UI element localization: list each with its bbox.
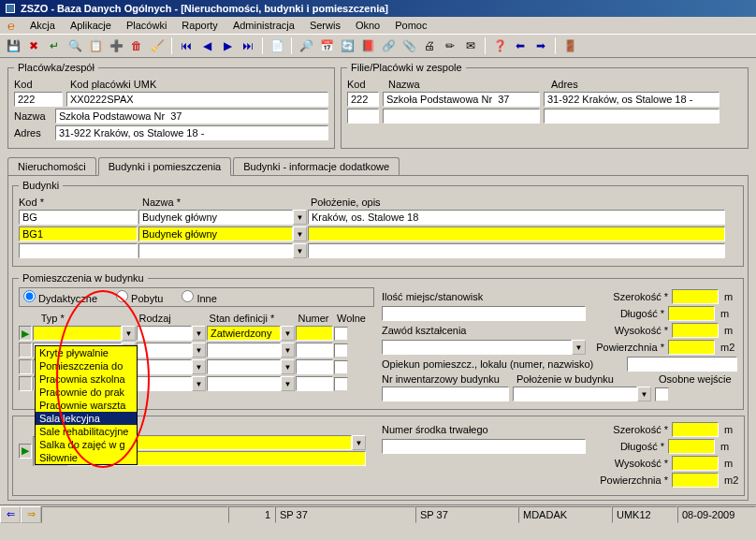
input-dlug[interactable] <box>668 306 715 321</box>
tool-next-icon[interactable]: ▶ <box>218 36 237 55</box>
dropdown-item[interactable]: Siłownie <box>36 451 137 464</box>
pom-r1-wolne-checkbox[interactable] <box>334 327 348 341</box>
dropdown-item[interactable]: Kryte pływalnie <box>36 346 137 359</box>
filie-kod[interactable] <box>347 92 379 107</box>
tool-clear-icon[interactable]: 🧹 <box>148 36 167 55</box>
budynki-r3-nazwa[interactable] <box>138 243 293 258</box>
tab-budynki-info[interactable]: Budynki - informacje dodatkowe <box>233 157 400 175</box>
input-det-pow[interactable] <box>672 473 719 488</box>
tool-enter-icon[interactable]: ↵ <box>45 36 64 55</box>
menu-serwis[interactable]: Serwis <box>302 18 348 33</box>
menu-placowki[interactable]: Placówki <box>119 18 174 33</box>
status-next-icon[interactable]: ⇒ <box>21 506 41 523</box>
chevron-down-icon[interactable]: ▼ <box>281 376 295 391</box>
tab-nieruchomosci[interactable]: Nieruchomości <box>7 157 96 175</box>
input-szer[interactable] <box>672 289 719 304</box>
input-det-szer[interactable] <box>672 422 719 437</box>
budynki-r1-kod[interactable] <box>19 210 138 225</box>
checkbox-osobne[interactable] <box>655 387 669 401</box>
menu-pomoc[interactable]: Pomoc <box>387 18 434 33</box>
budynki-r3-pol[interactable] <box>308 243 725 258</box>
menu-aplikacje[interactable]: Aplikacje <box>63 18 119 33</box>
dropdown-item[interactable]: Pracownie warszta <box>36 399 137 412</box>
radio-dydaktyczne[interactable]: Dydaktyczne <box>23 290 97 304</box>
input-nazwa[interactable] <box>55 109 328 124</box>
input-pow[interactable] <box>668 340 715 355</box>
pom-r3-wolne-checkbox[interactable] <box>334 360 348 374</box>
filie-kod-2[interactable] <box>347 109 379 124</box>
pom-r4-numer[interactable] <box>296 376 333 391</box>
pom-r3-rodzaj[interactable] <box>137 359 192 374</box>
menu-administracja[interactable]: Administracja <box>225 18 302 33</box>
dropdown-item[interactable]: Sale rehabilitacyjne <box>36 425 137 438</box>
tool-print-icon[interactable]: 🖨 <box>420 36 439 55</box>
pom-r4-stan[interactable] <box>207 376 281 391</box>
chevron-down-icon[interactable]: ▼ <box>293 226 307 241</box>
tool-back-icon[interactable]: ⬅ <box>511 36 530 55</box>
input-zawod[interactable] <box>382 340 572 355</box>
status-prev-icon[interactable]: ⇐ <box>0 506 21 523</box>
tool-save-icon[interactable]: 💾 <box>4 36 22 55</box>
chevron-down-icon[interactable]: ▼ <box>192 376 206 391</box>
chevron-down-icon[interactable]: ▼ <box>192 343 206 358</box>
tool-prev-icon[interactable]: ◀ <box>197 36 216 55</box>
tool-forward-icon[interactable]: ➡ <box>531 36 550 55</box>
chevron-down-icon[interactable]: ▼ <box>637 387 651 401</box>
tool-first-icon[interactable]: ⏮ <box>177 36 196 55</box>
input-adres[interactable] <box>55 125 328 140</box>
filie-adres[interactable] <box>544 92 720 107</box>
input-opiekun[interactable] <box>627 357 737 372</box>
budynki-r1-nazwa[interactable] <box>138 210 293 225</box>
input-nrsrodka[interactable] <box>382 439 586 454</box>
chevron-down-icon[interactable]: ▼ <box>281 343 295 358</box>
input-wys[interactable] <box>672 323 719 338</box>
pom-r2-rodzaj[interactable] <box>137 343 192 358</box>
tool-help-icon[interactable]: ❓ <box>490 36 509 55</box>
input-ilosc[interactable] <box>382 306 586 321</box>
chevron-down-icon[interactable]: ▼ <box>122 326 136 341</box>
input-polbud[interactable] <box>513 387 637 401</box>
budynki-r2-kod[interactable] <box>19 226 138 241</box>
menu-raporty[interactable]: Raporty <box>174 18 225 33</box>
tool-copy-icon[interactable]: 📋 <box>86 36 105 55</box>
chevron-down-icon[interactable]: ▼ <box>293 243 307 258</box>
pom-r1-rodzaj[interactable] <box>137 326 192 341</box>
budynki-r3-kod[interactable] <box>19 243 138 258</box>
pom-r1-typ[interactable] <box>33 326 122 341</box>
filie-nazwa-2[interactable] <box>383 109 540 124</box>
tool-list-icon[interactable]: 📄 <box>268 36 286 55</box>
input-nrinw[interactable] <box>382 387 509 401</box>
tool-cancel-icon[interactable]: ✖ <box>24 36 43 55</box>
chevron-down-icon[interactable]: ▼ <box>281 359 295 374</box>
menu-akcja[interactable]: Akcja <box>22 18 63 33</box>
input-det-dlug[interactable] <box>668 439 715 454</box>
budynki-r1-pol[interactable] <box>308 210 725 225</box>
tool-last-icon[interactable]: ⏭ <box>239 36 257 55</box>
chevron-down-icon[interactable]: ▼ <box>293 210 307 225</box>
chevron-down-icon[interactable]: ▼ <box>352 435 366 450</box>
tool-query-icon[interactable]: 🔍 <box>65 36 84 55</box>
chevron-down-icon[interactable]: ▼ <box>281 326 295 341</box>
tool-calendar-icon[interactable]: 📅 <box>317 36 336 55</box>
tool-edit-icon[interactable]: ✏ <box>441 36 459 55</box>
chevron-down-icon[interactable]: ▼ <box>572 340 586 355</box>
input-det-wys[interactable] <box>672 456 719 471</box>
pom-r3-stan[interactable] <box>207 359 281 374</box>
dropdown-item[interactable]: Pomieszczenia do <box>36 359 137 372</box>
menu-okno[interactable]: Okno <box>348 18 387 33</box>
tool-link-icon[interactable]: 🔗 <box>379 36 398 55</box>
pom-r1-stan[interactable] <box>207 326 281 341</box>
pom-r2-numer[interactable] <box>296 343 333 358</box>
chevron-down-icon[interactable]: ▼ <box>192 326 206 341</box>
budynki-r2-pol[interactable] <box>308 226 725 241</box>
pom-r4-rodzaj[interactable] <box>137 376 192 391</box>
pom-r3-numer[interactable] <box>296 359 333 374</box>
tool-attach-icon[interactable]: 📎 <box>400 36 418 55</box>
dropdown-item[interactable]: Salka do zajęć w g <box>36 438 137 451</box>
filie-adres-2[interactable] <box>544 109 720 124</box>
radio-pobytu[interactable]: Pobytu <box>116 290 163 304</box>
dropdown-item-selected[interactable]: Sala lekcyjna <box>36 412 137 425</box>
tool-delete-icon[interactable]: 🗑 <box>127 36 146 55</box>
pom-r4-wolne-checkbox[interactable] <box>334 377 348 391</box>
dropdown-item[interactable]: Pracownie do prak <box>36 386 137 399</box>
